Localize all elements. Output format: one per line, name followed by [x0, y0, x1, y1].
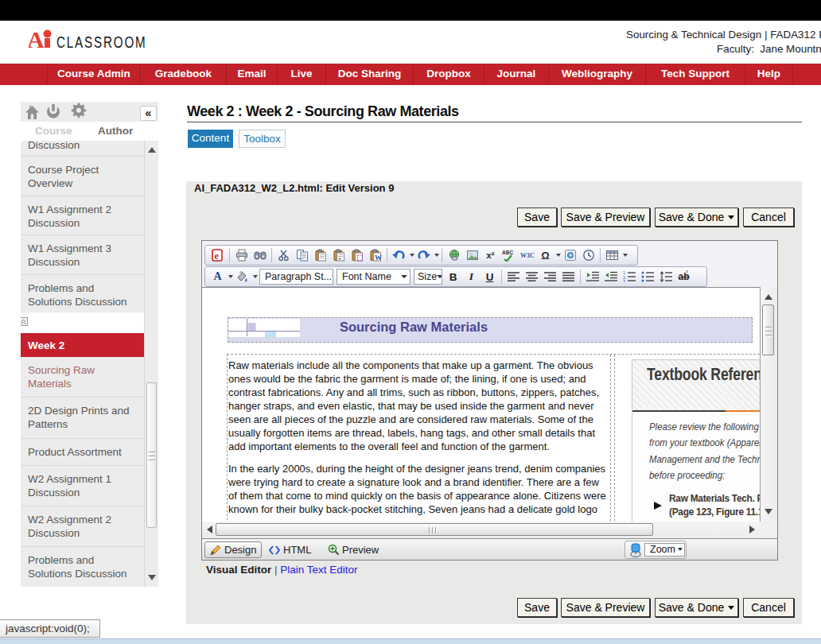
svg-text:ABC: ABC [502, 250, 513, 255]
svg-text:W3C: W3C [520, 252, 535, 259]
svg-text:W: W [375, 254, 382, 262]
svg-text:e: e [214, 250, 219, 262]
svg-text:A: A [29, 29, 45, 49]
svg-text:3.: 3. [623, 279, 627, 283]
